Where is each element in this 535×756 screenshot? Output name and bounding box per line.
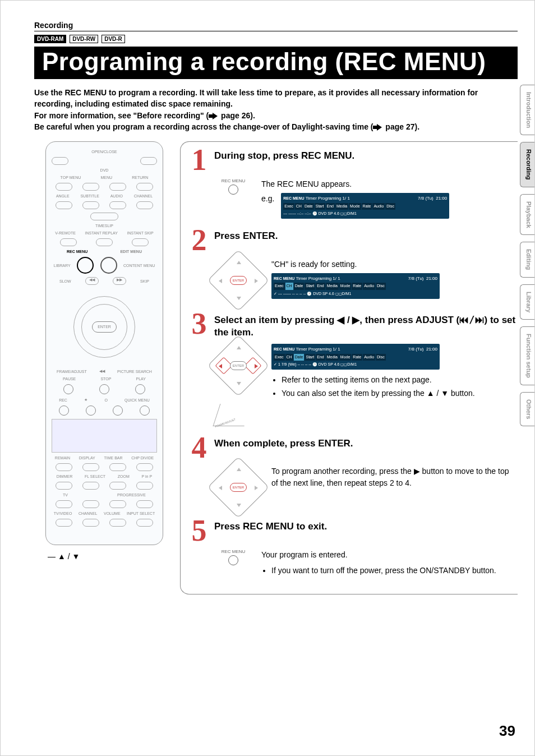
tab-introduction[interactable]: Introduction	[520, 85, 534, 135]
osd-preview-3: REC MENU Timer Programing 1/ 1 7/8 (Tu) …	[271, 344, 440, 370]
page-number: 39	[499, 722, 515, 740]
step-5-desc: Your program is entered.	[261, 549, 518, 560]
step-3: 3 Select an item by pressing ◀ / ▶, then…	[190, 310, 518, 426]
badge-dvd-ram: DVD-RAM	[34, 35, 66, 43]
osd-preview-1: REC MENU Timer Programing 1/ 1 7/8 (Tu) …	[281, 193, 449, 219]
intro-line-3: Be careful when you program a recording …	[34, 121, 518, 132]
page-ref-arrow-icon	[373, 124, 383, 131]
tab-function-setup[interactable]: Function setup	[520, 326, 534, 385]
step-2-number: 2	[190, 227, 209, 254]
step-4-title: When complete, press ENTER.	[214, 437, 353, 450]
section-tabs: Introduction Recording Playback Editing …	[520, 85, 534, 426]
step-4: 4 When complete, press ENTER. ENTER To p…	[190, 434, 518, 510]
step-5-number: 5	[190, 517, 209, 545]
step-3-title: Select an item by pressing ◀ / ▶, then p…	[214, 314, 518, 340]
badge-dvd-r: DVD-R	[102, 35, 125, 43]
left-right-dpad-icon: ENTER	[216, 344, 260, 388]
step-4-desc: To program another recording, press the …	[271, 465, 518, 509]
step-1-title: During stop, press REC MENU.	[214, 150, 354, 163]
step-3-bullets: Refer to the setting items on the next p…	[271, 374, 518, 399]
enter-button: ENTER	[92, 321, 117, 333]
step-5: 5 Press REC MENU to exit. REC MENU Your …	[190, 517, 518, 583]
intro-line-2: For more information, see "Before record…	[34, 110, 518, 121]
step-1-number: 1	[190, 146, 209, 174]
rec-menu-button-icon: REC MENU	[216, 549, 250, 583]
frame-adjust-icon	[213, 404, 252, 426]
osd-preview-2: REC MENU Timer Programing 1/ 1 7/8 (Tu) …	[271, 273, 440, 299]
adjust-glyph-icon: ⏮/⏭	[459, 314, 484, 325]
step-2-title: Press ENTER.	[214, 230, 278, 243]
page-ref-arrow-icon	[209, 113, 219, 119]
remote-dpad: ENTER	[68, 291, 141, 363]
remote-diagram: OPEN/CLOSE DVD TOP MENUMENURETURN ANGLES…	[45, 141, 163, 545]
disc-format-badges: DVD-RAM DVD-RW DVD-R	[34, 35, 518, 43]
remote-updown-label: — ▲ / ▼	[48, 552, 169, 561]
step-5-bullets: If you want to turn off the power, press…	[261, 565, 518, 576]
page-title: Programing a recording (REC MENU)	[34, 47, 518, 79]
rec-menu-button-icon: REC MENU	[216, 178, 250, 212]
step-4-number: 4	[190, 434, 209, 462]
step-2: 2 Press ENTER. ENTER "CH" is ready for s…	[190, 227, 518, 302]
badge-dvd-rw: DVD-RW	[70, 35, 98, 43]
tab-editing[interactable]: Editing	[520, 242, 534, 277]
intro-line-1: Use the REC MENU to program a recording.…	[34, 87, 518, 110]
step-1-desc: The REC MENU appears.	[261, 178, 518, 190]
tab-library[interactable]: Library	[520, 284, 534, 320]
step-3-number: 3	[190, 310, 209, 338]
tab-others[interactable]: Others	[520, 392, 534, 426]
step-2-desc: "CH" is ready for setting.	[271, 259, 518, 270]
enter-dpad-icon: ENTER	[216, 259, 260, 302]
step-5-title: Press REC MENU to exit.	[214, 520, 327, 533]
steps-panel: 1 During stop, press REC MENU. REC MENU …	[180, 141, 518, 594]
section-heading: Recording	[34, 21, 518, 31]
enter-dpad-icon: ENTER	[216, 465, 260, 509]
tab-recording[interactable]: Recording	[520, 142, 534, 187]
intro-text: Use the REC MENU to program a recording.…	[34, 87, 518, 132]
step-1: 1 During stop, press REC MENU. REC MENU …	[190, 146, 518, 219]
tab-playback[interactable]: Playback	[520, 194, 534, 236]
